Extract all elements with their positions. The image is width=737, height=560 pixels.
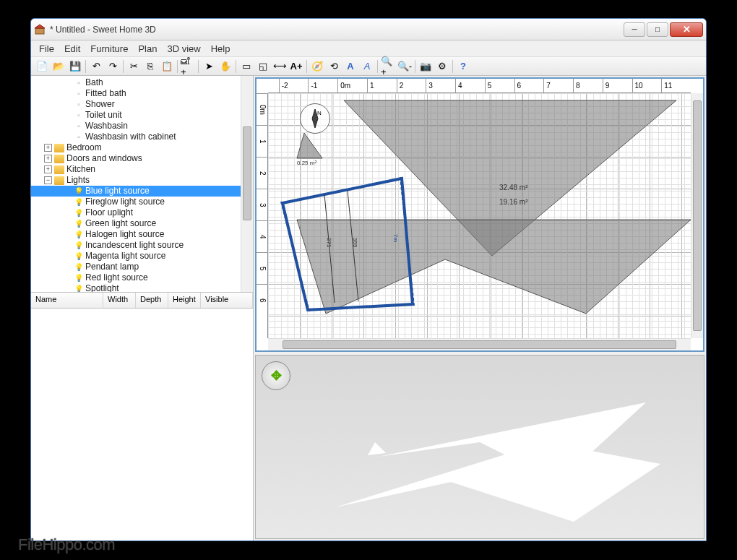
tree-item-label: Washbasin with cabinet — [85, 132, 176, 142]
select-icon[interactable]: ➤ — [201, 59, 217, 74]
tree-folder[interactable]: +Kitchen — [31, 164, 253, 175]
save-icon[interactable]: 💾 — [67, 59, 83, 74]
tree-item-label: Incandescent light source — [85, 240, 184, 251]
compass-icon[interactable]: 🧭 — [309, 59, 325, 74]
tree-folder[interactable]: +Bedroom — [31, 142, 253, 153]
col-name[interactable]: Name — [31, 293, 103, 308]
maximize-button[interactable]: □ — [647, 22, 668, 37]
rotate-icon[interactable]: ⟲ — [326, 59, 342, 74]
photo-icon[interactable]: 📷 — [418, 59, 434, 74]
tree-folder[interactable]: +Doors and windows — [31, 153, 253, 164]
ruler-tick: 4 — [455, 79, 485, 93]
tree-item[interactable]: 💡Spotlight — [31, 283, 253, 293]
expand-icon[interactable]: + — [44, 155, 52, 163]
tree-item-label: Pendant lamp — [85, 262, 139, 272]
tree-item[interactable]: 💡Fireglow light source — [31, 197, 253, 207]
menu-3dview[interactable]: 3D view — [162, 42, 205, 56]
font-italic-icon[interactable]: A — [359, 59, 375, 74]
tree-item[interactable]: 💡Pendant lamp — [31, 262, 253, 272]
expand-icon[interactable]: + — [44, 144, 52, 152]
open-icon[interactable]: 📂 — [51, 59, 66, 74]
wall-icon[interactable]: ▭ — [238, 59, 254, 74]
tree-item[interactable]: ▫Toilet unit — [31, 110, 253, 121]
catalog-tree[interactable]: ▫Bath▫Fitted bath▫Shower▫Toilet unit▫Was… — [31, 76, 253, 293]
pan-icon[interactable]: ✋ — [217, 59, 233, 74]
plan-hscroll[interactable] — [268, 338, 691, 350]
wall-label: 7m — [392, 234, 399, 242]
separator — [85, 60, 86, 73]
ruler-tick: 5 — [257, 252, 268, 284]
tree-item[interactable]: 💡Green light source — [31, 218, 253, 229]
plan-canvas[interactable]: N 32.48 m² 19.16 m² 0.25 m² — [268, 93, 691, 338]
add-furniture-icon[interactable]: 🛋+ — [180, 59, 196, 74]
copy-icon[interactable]: ⎘ — [142, 59, 158, 74]
preferences-icon[interactable]: ⚙ — [434, 59, 450, 74]
help-icon[interactable]: ? — [455, 59, 471, 74]
tree-item[interactable]: 💡Red light source — [31, 272, 253, 283]
dimension-icon[interactable]: ⟷ — [272, 59, 288, 74]
plan-vscroll[interactable] — [691, 93, 703, 338]
ruler-tick: 1 — [367, 79, 397, 93]
furniture-icon: ▫ — [74, 122, 83, 131]
separator — [415, 60, 415, 73]
folder-icon — [54, 144, 64, 152]
tree-item[interactable]: ▫Washbasin with cabinet — [31, 132, 253, 142]
tree-item[interactable]: ▫Washbasin — [31, 121, 253, 132]
ruler-tick: 2 — [257, 157, 268, 189]
expand-icon[interactable]: + — [44, 165, 52, 173]
tree-item[interactable]: ▫Bath — [31, 77, 253, 88]
tree-item[interactable]: 💡Floor uplight — [31, 207, 253, 218]
svg-rect-0 — [35, 28, 44, 34]
collapse-icon[interactable]: − — [44, 176, 52, 184]
tree-item-label: Blue light source — [85, 186, 150, 197]
tree-item-label: Spotlight — [85, 283, 119, 293]
col-visible[interactable]: Visible — [201, 293, 253, 308]
col-width[interactable]: Width — [103, 293, 136, 308]
tree-item[interactable]: ▫Fitted bath — [31, 88, 253, 99]
font-bold-icon[interactable]: A — [342, 59, 358, 74]
separator — [452, 60, 453, 73]
tree-item-label: Floor uplight — [85, 207, 133, 218]
col-height[interactable]: Height — [168, 293, 201, 308]
undo-icon[interactable]: ↶ — [88, 59, 104, 74]
menu-furniture[interactable]: Furniture — [85, 42, 133, 56]
tree-scrollbar[interactable] — [241, 76, 253, 292]
tree-folder[interactable]: −Lights — [31, 175, 253, 186]
toolbar: 📄 📂 💾 ↶ ↷ ✂ ⎘ 📋 🛋+ ➤ ✋ ▭ ◱ ⟷ A+ 🧭 ⟲ A A … — [31, 57, 706, 76]
tree-item-label: Fitted bath — [85, 88, 126, 99]
col-depth[interactable]: Depth — [136, 293, 168, 308]
menu-edit[interactable]: Edit — [59, 42, 85, 56]
ruler-tick: 7 — [543, 79, 573, 93]
furniture-icon: 💡 — [74, 241, 83, 250]
dim-label-2: 355 — [352, 238, 358, 247]
menu-plan[interactable]: Plan — [133, 42, 162, 56]
tree-item[interactable]: 💡Halogen light source — [31, 229, 253, 240]
tree-item-label: Green light source — [85, 218, 156, 229]
tree-item[interactable]: 💡Blue light source — [31, 186, 253, 197]
text-icon[interactable]: A+ — [288, 59, 304, 74]
plan-view[interactable]: -2-10m1234567891011 0m123456 N — [255, 77, 704, 352]
tree-item[interactable]: ▫Shower — [31, 99, 253, 110]
titlebar[interactable]: * Untitled - Sweet Home 3D ─ □ ✕ — [31, 19, 706, 40]
tree-item[interactable]: 💡Incandescent light source — [31, 240, 253, 251]
close-button[interactable]: ✕ — [670, 22, 703, 37]
room-icon[interactable]: ◱ — [255, 59, 271, 74]
ruler-tick: 2 — [397, 79, 426, 93]
furniture-icon: 💡 — [74, 187, 83, 196]
furniture-icon: 💡 — [74, 209, 83, 217]
redo-icon[interactable]: ↷ — [105, 59, 121, 74]
app-icon — [34, 24, 46, 35]
zoom-out-icon[interactable]: 🔍- — [397, 59, 413, 74]
new-icon[interactable]: 📄 — [34, 59, 50, 74]
menu-help[interactable]: Help — [206, 42, 236, 56]
3d-view[interactable]: ✥ — [255, 355, 704, 539]
area-label-2: 19.16 m² — [499, 198, 527, 206]
paste-icon[interactable]: 📋 — [159, 59, 175, 74]
cut-icon[interactable]: ✂ — [126, 59, 142, 74]
minimize-button[interactable]: ─ — [624, 22, 645, 37]
menu-file[interactable]: File — [34, 42, 59, 56]
furniture-icon: 💡 — [74, 285, 83, 293]
zoom-in-icon[interactable]: 🔍+ — [380, 59, 396, 74]
furniture-icon: 💡 — [74, 231, 83, 239]
tree-item[interactable]: 💡Magenta light source — [31, 251, 253, 262]
